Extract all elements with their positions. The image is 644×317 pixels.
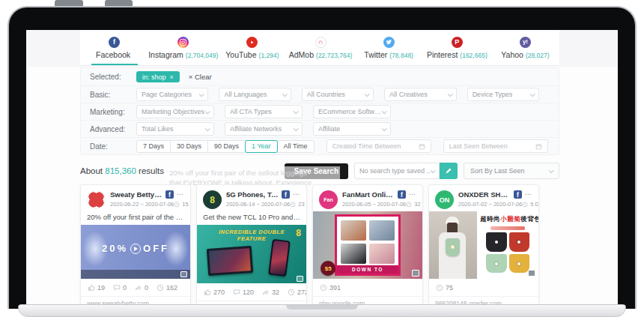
phone-graphic — [268, 239, 291, 277]
creative-caption: 超時尚小雛菊後背包 — [480, 215, 535, 224]
dropdown-affiliate-networks[interactable]: Affiliate Networks — [225, 122, 303, 136]
more-menu-icon[interactable]: ⋯ — [409, 191, 416, 198]
tab-facebook[interactable]: f Facebook — [80, 30, 148, 65]
dropdown-all-cta-types[interactable]: All CTA Types — [225, 105, 303, 118]
days-active: 32 Days — [414, 201, 423, 208]
stats-row: 19 0 0 162 — [81, 279, 190, 295]
edit-saved-search-button[interactable] — [440, 163, 458, 179]
app-screen: f Facebook Instagram(2,704,049) YouTube(… — [26, 30, 618, 307]
tab-youtube[interactable]: YouTube(1,294) — [218, 30, 286, 65]
selected-filter-tag[interactable]: in: shop× — [136, 71, 180, 82]
remove-tag-icon[interactable]: × — [170, 73, 174, 81]
play-icon[interactable] — [130, 244, 141, 254]
chevron-down-icon — [205, 109, 210, 114]
ee-badge: 8 — [296, 228, 301, 238]
dropdown-marketing-objectives[interactable]: Marketing Objectives — [136, 105, 214, 118]
page-name: ONXDER SHOP — [458, 190, 511, 199]
dropdown-all-countries[interactable]: All Countries — [302, 88, 374, 101]
ad-card[interactable]: 8 5G Phones, Tablets & SIMs | ... f ⋯ 20… — [196, 184, 307, 307]
dropdown-total-likes[interactable]: Total Likes — [136, 122, 214, 136]
date-range: 2020-06-14 ~ 2020-07-06 — [226, 201, 290, 208]
yahoo-icon: y! — [520, 37, 531, 48]
clock-icon — [288, 289, 295, 296]
filter-label: Selected: — [90, 73, 136, 81]
clock-icon — [522, 202, 528, 208]
dropdown-ecommerce-softwares[interactable]: ECommerce Softwares — [313, 105, 391, 118]
tab-twitter[interactable]: Twitter(78,848) — [355, 30, 423, 65]
clock-icon — [157, 284, 164, 292]
tab-instagram[interactable]: Instagram(2,704,049) — [148, 30, 218, 65]
date-range-30-days[interactable]: 30 Days — [170, 140, 208, 153]
date-range-90-days[interactable]: 90 Days — [207, 140, 246, 153]
chevron-down-icon — [282, 91, 287, 97]
tab-yahoo[interactable]: y! Yahoo(28,027) — [491, 30, 559, 65]
ad-card[interactable]: ON ONXDER SHOP f ⋯ 2020-07-02 ~ 2020-07-… — [428, 184, 539, 307]
tab-label: Pinterest — [427, 50, 458, 59]
filter-row-advanced: Advanced: Total Likes Affiliate Networks… — [81, 120, 559, 137]
flower-logo — [87, 190, 106, 209]
ad-creative[interactable]: DOWN TO $5 — [313, 211, 422, 279]
dropdown-device-types[interactable]: Device Types — [467, 88, 539, 101]
facebook-icon: f — [165, 190, 174, 199]
dropdown-all-creatives[interactable]: All Creatives — [384, 88, 456, 101]
chevron-down-icon — [447, 91, 452, 97]
more-menu-icon[interactable]: ⋯ — [525, 191, 532, 198]
creative-title: INCREDIBLE DOUBLE FEATURE — [197, 229, 306, 243]
ad-creative[interactable]: 20% OFF — [81, 225, 190, 279]
date-range-group: 7 Days 30 Days 90 Days 1 Year All Time — [136, 140, 315, 153]
onxder-logo: ON — [435, 190, 454, 209]
filter-row-selected: Selected: in: shop× × Clear — [81, 68, 559, 85]
page-name: Sweaty Betty London | Wom... — [110, 190, 162, 199]
share-icon — [262, 289, 270, 296]
tab-pinterest[interactable]: P Pinterest(162,665) — [423, 30, 491, 65]
chevron-down-icon — [549, 168, 554, 173]
last-seen-between-input[interactable]: Last Seen Between — [443, 139, 548, 153]
ad-text: 20% off your first pair of the sellout l… — [81, 211, 190, 225]
more-menu-icon[interactable]: ⋯ — [293, 191, 300, 198]
expand-icon[interactable] — [412, 270, 419, 277]
tab-label: Yahoo — [501, 50, 523, 59]
ad-card[interactable]: Fan FanMart Online Shopping - F... f ⋯ 2… — [312, 184, 423, 307]
dropdown-page-categories[interactable]: Page Categories — [136, 88, 208, 101]
date-range: 2020-06-22 ~ 2020-07-06 — [110, 201, 174, 208]
facebook-icon: f — [109, 37, 120, 48]
dropdown-all-languages[interactable]: All Languages — [219, 88, 291, 101]
facebook-icon: f — [514, 190, 522, 199]
ad-card[interactable]: Sweaty Betty London | Wom... f ⋯ 2020-06… — [80, 184, 191, 307]
expand-icon[interactable] — [297, 276, 303, 282]
chevron-down-icon — [294, 109, 299, 114]
calendar-icon — [535, 143, 542, 150]
tab-count: (78,848) — [389, 52, 413, 59]
filter-label: Marketing: — [90, 108, 136, 116]
tv-graphic — [207, 246, 253, 276]
filter-label: Advanced: — [90, 125, 136, 133]
comment-icon — [233, 289, 240, 296]
laptop-mockup: f Facebook Instagram(2,704,049) YouTube(… — [0, 0, 644, 317]
ad-creative[interactable]: INCREDIBLE DOUBLE FEATURE 8 — [197, 225, 306, 283]
card-header: Fan FanMart Online Shopping - F... f ⋯ 2… — [313, 185, 422, 211]
date-range-1-year[interactable]: 1 Year — [245, 140, 278, 153]
date-range-all-time[interactable]: All Time — [277, 140, 315, 153]
ad-creative[interactable]: 超時尚小雛菊後背包 — [429, 211, 538, 279]
expand-icon[interactable] — [180, 271, 187, 277]
main-content: f Facebook Instagram(2,704,049) YouTube(… — [80, 30, 559, 307]
tab-admob[interactable]: ∩ AdMob(22,723,764) — [286, 30, 354, 65]
filter-row-basic: Basic: Page Categories All Languages All… — [81, 85, 559, 103]
sort-dropdown[interactable]: Sort By Last Seen — [464, 163, 559, 179]
dropdown-affiliate[interactable]: Affiliate — [313, 122, 391, 136]
ad-text: Get the new TCL 10 Pro and bag a free TC… — [197, 211, 306, 225]
instagram-icon — [177, 37, 189, 48]
clock-icon — [290, 202, 296, 208]
clock-icon — [174, 202, 180, 208]
created-time-between-input[interactable]: Created Time Between — [326, 139, 431, 153]
selected-filter-text: in: shop — [142, 73, 166, 81]
chevron-down-icon — [382, 126, 387, 131]
calendar-icon — [419, 143, 425, 150]
more-menu-icon[interactable]: ⋯ — [177, 191, 184, 198]
date-range-7-days[interactable]: 7 Days — [136, 140, 171, 153]
page-name: FanMart Online Shopping - F... — [342, 190, 395, 199]
filter-label: Date: — [90, 142, 136, 151]
clear-filters-button[interactable]: × Clear — [189, 73, 212, 81]
expand-icon[interactable] — [528, 270, 535, 277]
saved-search-dropdown[interactable]: No search type saved .. — [354, 163, 440, 179]
